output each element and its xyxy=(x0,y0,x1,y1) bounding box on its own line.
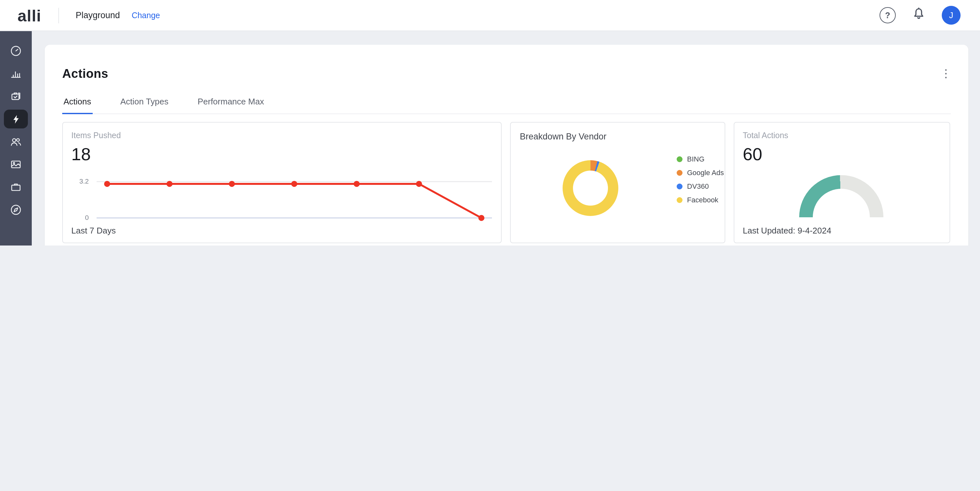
legend-item: BING xyxy=(677,155,724,163)
page-title: Actions xyxy=(62,45,951,82)
dashboard-gauge-icon xyxy=(10,45,22,57)
vendor-breakdown-card: Breakdown By Vendor BING Google Ads DV36… xyxy=(510,122,725,243)
tab-actions[interactable]: Actions xyxy=(62,97,92,113)
page-tabs: Actions Action Types Performance Max xyxy=(62,97,951,114)
sidebar-item-audiences[interactable] xyxy=(0,131,32,153)
sidebar-item-analytics[interactable] xyxy=(0,62,32,85)
legend-label: BING xyxy=(687,155,705,163)
sidebar-item-actions[interactable] xyxy=(0,108,32,131)
legend-item: Google Ads xyxy=(677,169,724,177)
legend-dot-dv360 xyxy=(677,183,682,189)
help-icon[interactable]: ? xyxy=(880,7,896,23)
items-pushed-line-chart: 3.2 0 xyxy=(63,169,501,223)
top-bar: alli Playground Change ? J xyxy=(0,0,980,31)
y-axis-tick: 0 xyxy=(64,214,89,221)
main-content: ⋮ Actions Actions Action Types Performan… xyxy=(32,31,980,246)
workspace-label: Playground xyxy=(76,10,120,20)
legend-item: Facebook xyxy=(677,196,724,204)
notifications-bell-icon[interactable] xyxy=(911,6,926,24)
vendor-legend: BING Google Ads DV360 Facebook xyxy=(677,155,724,209)
legend-dot-bing xyxy=(677,156,682,162)
legend-label: Facebook xyxy=(687,196,719,204)
legend-dot-google-ads xyxy=(677,170,682,175)
topbar-divider xyxy=(58,8,59,23)
alli-logo[interactable]: alli xyxy=(18,0,41,31)
image-icon xyxy=(10,158,22,171)
sidebar-item-tasks[interactable] xyxy=(0,85,32,108)
app-window: alli Playground Change ? J xyxy=(0,0,980,246)
items-pushed-footer: Last 7 Days xyxy=(71,226,116,236)
sidebar-item-discover[interactable] xyxy=(0,198,32,221)
briefcase-icon xyxy=(10,181,22,193)
user-avatar[interactable]: J xyxy=(942,6,961,25)
donut-hole xyxy=(573,171,608,206)
total-actions-card: Total Actions 60 Last Updated: 9-4-2024 xyxy=(734,122,950,243)
tab-action-types[interactable]: Action Types xyxy=(119,97,170,113)
sidebar-item-dashboard[interactable] xyxy=(0,40,32,62)
topbar-actions: ? J xyxy=(880,6,980,25)
compass-icon xyxy=(10,204,22,216)
sidebar-nav: ⚙ xyxy=(0,31,32,246)
sidebar-item-portfolio[interactable] xyxy=(0,176,32,198)
total-actions-label: Total Actions xyxy=(743,131,788,140)
legend-label: DV360 xyxy=(687,182,709,190)
total-actions-footer: Last Updated: 9-4-2024 xyxy=(743,226,831,236)
vendor-breakdown-title: Breakdown By Vendor xyxy=(520,132,606,141)
legend-item: DV360 xyxy=(677,182,724,190)
items-pushed-card: Items Pushed 18 3.2 0 Last 7 Days xyxy=(62,122,502,243)
tab-performance-max[interactable]: Performance Max xyxy=(196,97,266,113)
legend-dot-facebook xyxy=(677,197,682,203)
legend-label: Google Ads xyxy=(687,169,724,177)
page-menu-kebab-icon[interactable]: ⋮ xyxy=(940,68,951,79)
items-pushed-label: Items Pushed xyxy=(71,131,121,140)
actions-page-card: ⋮ Actions Actions Action Types Performan… xyxy=(45,45,968,246)
sidebar-item-media[interactable] xyxy=(0,153,32,176)
change-workspace-link[interactable]: Change xyxy=(132,11,160,20)
y-axis-tick: 3.2 xyxy=(64,177,89,185)
total-actions-value: 60 xyxy=(743,145,762,165)
vendor-donut-chart xyxy=(563,160,618,216)
users-icon xyxy=(10,136,22,148)
total-actions-gauge-chart xyxy=(799,175,883,217)
items-pushed-value: 18 xyxy=(71,145,91,165)
stats-row: Items Pushed 18 3.2 0 Last 7 Days Breakd… xyxy=(62,122,951,243)
sidebar-active-pill xyxy=(4,110,28,128)
bar-chart-icon xyxy=(10,67,22,80)
bag-check-icon xyxy=(10,90,22,102)
lightning-bolt-icon xyxy=(10,113,22,125)
